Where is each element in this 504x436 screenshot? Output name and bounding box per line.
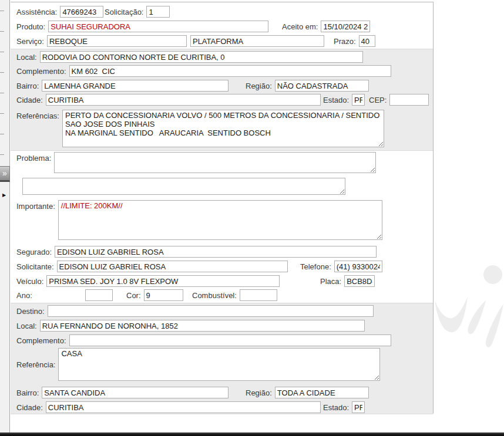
veiculo-label: Veículo: — [16, 277, 43, 286]
grip-mark — [0, 154, 4, 155]
telefone-label: Telefone: — [300, 262, 331, 271]
estado-origem-input[interactable] — [352, 94, 365, 106]
produto-input[interactable] — [48, 21, 268, 32]
cor-label: Cor: — [126, 291, 141, 300]
destino-label: Destino: — [16, 307, 45, 316]
veiculo-input[interactable] — [46, 275, 280, 287]
prazo-input[interactable] — [359, 35, 375, 47]
brand-watermark-icon — [434, 251, 504, 351]
chevron-right-icon: » — [2, 168, 7, 178]
cep-origem-input[interactable] — [389, 94, 429, 106]
local-destino-input[interactable] — [40, 320, 365, 332]
complemento-origem-input[interactable] — [69, 65, 391, 77]
grip-mark — [0, 134, 4, 134]
cidade-origem-label: Cidade: — [16, 96, 43, 104]
bairro-destino-input[interactable] — [42, 387, 229, 398]
solicitante-label: Solicitante: — [16, 262, 54, 271]
observacao-textarea[interactable] — [22, 178, 345, 195]
assistance-form-panel: Assistência: Solicitação: Produto: Aceit… — [11, 2, 434, 414]
estado-destino-label: Estado: — [323, 403, 349, 412]
complemento-destino-label: Complemento: — [16, 336, 66, 345]
solicitacao-input[interactable] — [146, 6, 170, 18]
destino-input[interactable] — [48, 305, 374, 317]
cidade-destino-input[interactable] — [46, 401, 321, 413]
grip-mark — [0, 11, 4, 11]
bairro-origem-input[interactable] — [42, 80, 229, 92]
regiao-destino-input[interactable] — [275, 387, 369, 398]
cep-origem-label: CEP: — [369, 96, 387, 104]
grip-mark — [0, 52, 4, 52]
referencias-textarea[interactable]: PERTO DA CONCESSIONARIA VOLVO / 500 METR… — [62, 110, 384, 147]
estado-origem-label: Estado: — [323, 96, 349, 104]
servico2-input[interactable] — [190, 35, 324, 47]
importante-label: Importante: — [16, 200, 55, 211]
referencia-destino-textarea[interactable]: CASA — [58, 348, 380, 381]
bairro-origem-label: Bairro: — [16, 82, 39, 90]
regiao-origem-label: Região: — [246, 82, 272, 90]
referencia-destino-label: Referência: — [16, 360, 55, 369]
segurado-label: Segurado: — [16, 248, 52, 256]
telefone-input[interactable] — [334, 261, 382, 272]
complemento-origem-label: Complemento: — [16, 67, 66, 76]
assistencia-label: Assistência: — [16, 8, 57, 16]
importante-textarea[interactable]: //LIMITE: 200KM// — [58, 200, 382, 240]
left-splitter[interactable]: » ▶ — [0, 0, 10, 432]
local-origem-label: Local: — [16, 53, 37, 62]
problema-label: Problema: — [16, 152, 51, 163]
expand-panel-button[interactable]: » — [0, 166, 10, 182]
grip-mark — [0, 31, 4, 32]
cidade-destino-label: Cidade: — [16, 403, 43, 412]
referencias-label: Referências: — [16, 110, 59, 120]
ano-input[interactable] — [85, 289, 113, 301]
assistance-form-page: { "colors": { "red_text": "#c00000", "se… — [0, 0, 504, 436]
solicitacao-label: Solicitação: — [105, 8, 143, 16]
problema-textarea[interactable] — [54, 152, 376, 173]
bairro-destino-label: Bairro: — [16, 388, 39, 397]
regiao-origem-input[interactable] — [275, 80, 369, 92]
segurado-input[interactable] — [55, 246, 377, 258]
servico-label: Serviço: — [16, 37, 44, 46]
placa-input[interactable] — [344, 275, 375, 287]
estado-destino-input[interactable] — [352, 401, 365, 413]
ano-label: Ano: — [16, 291, 32, 300]
complemento-destino-input[interactable] — [69, 334, 391, 346]
local-origem-input[interactable] — [40, 51, 363, 63]
local-destino-label: Local: — [16, 322, 37, 330]
aceito-em-label: Aceito em: — [282, 22, 318, 31]
placa-label: Placa: — [320, 277, 341, 286]
combustivel-label: Combustível: — [192, 291, 237, 300]
regiao-destino-label: Região: — [246, 388, 272, 397]
solicitante-input[interactable] — [57, 261, 288, 272]
assistencia-input[interactable] — [60, 6, 103, 18]
bottom-bar — [0, 432, 504, 436]
prazo-label: Prazo: — [334, 37, 356, 46]
cor-input[interactable] — [144, 289, 183, 301]
splitter-arrow-icon[interactable]: ▶ — [2, 192, 6, 198]
grip-mark — [0, 113, 4, 114]
aceito-em-input[interactable] — [321, 21, 370, 32]
combustivel-input[interactable] — [240, 289, 277, 301]
servico-input[interactable] — [47, 35, 187, 47]
grip-mark — [0, 93, 4, 93]
cidade-origem-input[interactable] — [46, 94, 321, 106]
produto-label: Produto: — [16, 22, 45, 31]
grip-mark — [0, 72, 4, 73]
